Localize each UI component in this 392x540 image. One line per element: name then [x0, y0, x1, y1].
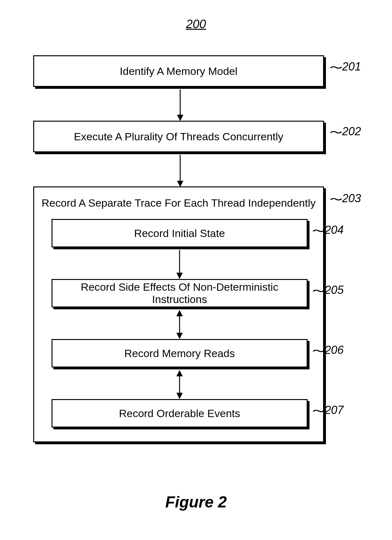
container-title: Record A Separate Trace For Each Thread …	[34, 197, 323, 209]
box-execute-threads: Execute A Plurality Of Threads Concurren…	[33, 121, 324, 152]
box-record-orderable-events: Record Orderable Events	[52, 399, 308, 428]
double-arrow-icon	[176, 370, 183, 399]
arrow-down-icon	[177, 89, 183, 121]
double-arrow-icon	[176, 310, 183, 339]
ref-205: 205	[325, 283, 344, 297]
leader-line: 〜	[312, 225, 325, 238]
box-label: Execute A Plurality Of Threads Concurren…	[74, 130, 284, 143]
box-label: Identify A Memory Model	[120, 65, 237, 77]
svg-marker-1	[177, 115, 183, 121]
ref-202: 202	[342, 125, 361, 138]
box-label: Record Side Effects Of Non-Deterministic…	[56, 281, 303, 306]
ref-201: 201	[342, 60, 361, 73]
svg-marker-8	[176, 333, 183, 339]
svg-marker-5	[176, 273, 183, 279]
ref-204: 204	[325, 223, 344, 237]
box-label: Record Initial State	[134, 227, 225, 240]
svg-marker-11	[176, 393, 183, 399]
leader-line: 〜	[329, 126, 343, 139]
leader-line: 〜	[312, 345, 325, 358]
box-label: Record Memory Reads	[124, 347, 235, 360]
leader-line: 〜	[329, 62, 343, 75]
box-record-side-effects: Record Side Effects Of Non-Deterministic…	[52, 279, 308, 307]
arrow-down-icon	[176, 250, 183, 279]
leader-line: 〜	[312, 285, 325, 298]
arrow-down-icon	[177, 155, 183, 187]
figure-number: 200	[0, 17, 392, 31]
box-record-memory-reads: Record Memory Reads	[52, 339, 308, 367]
box-label: Record Orderable Events	[119, 407, 240, 420]
leader-line: 〜	[312, 405, 325, 418]
box-record-initial-state: Record Initial State	[52, 219, 308, 247]
svg-marker-3	[177, 181, 183, 187]
ref-203: 203	[342, 192, 361, 205]
ref-206: 206	[325, 343, 344, 357]
diagram-canvas: 200 Identify A Memory Model 〜 201 Execut…	[0, 0, 392, 540]
ref-207: 207	[325, 403, 344, 417]
leader-line: 〜	[329, 193, 343, 206]
box-identify-memory-model: Identify A Memory Model	[33, 55, 324, 87]
figure-caption: Figure 2	[0, 493, 392, 511]
box-record-trace-container: Record A Separate Trace For Each Thread …	[33, 186, 324, 442]
